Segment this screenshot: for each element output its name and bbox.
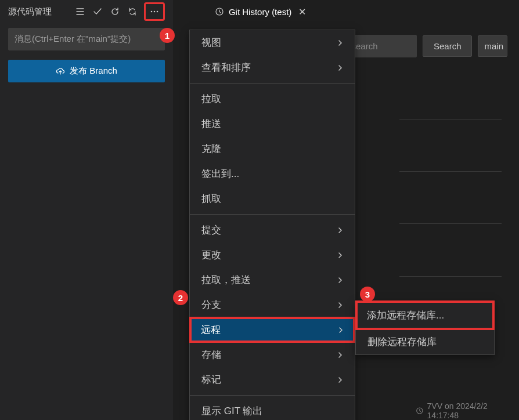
menu-item[interactable]: 签出到... [190, 161, 355, 186]
tab-label: Git History (test) [229, 7, 291, 17]
chevron-right-icon [337, 40, 343, 46]
tab-git-history[interactable]: Git History (test) ✕ [208, 0, 315, 23]
publish-branch-button[interactable]: 发布 Branch [8, 60, 165, 82]
chevron-right-icon [337, 277, 343, 283]
close-icon[interactable]: ✕ [296, 6, 308, 17]
search-button[interactable]: Search [423, 35, 473, 57]
menu-item-label: 提交 [201, 223, 221, 237]
divider [399, 223, 502, 224]
menu-item[interactable]: 远程 [189, 317, 355, 343]
menu-item-label: 视图 [201, 36, 221, 49]
commit-check-icon[interactable] [91, 5, 104, 19]
chevron-right-icon [338, 327, 344, 333]
menu-item-label: 拉取 [201, 92, 221, 106]
chevron-right-icon [337, 302, 343, 308]
menu-separator [190, 214, 355, 215]
annotation-marker: 3 [360, 287, 375, 302]
svg-point-2 [157, 11, 158, 13]
menu-item-label: 抓取 [201, 192, 221, 205]
branch-select[interactable]: main [478, 35, 507, 57]
menu-item[interactable]: 分支 [190, 292, 355, 317]
menu-item[interactable]: 视图 [190, 30, 355, 55]
sync-icon[interactable] [125, 5, 139, 19]
scm-header: 源代码管理 [0, 0, 173, 23]
menu-separator [190, 395, 355, 396]
chevron-right-icon [337, 252, 343, 258]
menu-item[interactable]: 显示 GIT 输出 [190, 399, 355, 420]
menu-item-label: 拉取，推送 [201, 273, 251, 287]
cloud-upload-icon [56, 67, 65, 76]
menu-item-label: 显示 GIT 输出 [201, 404, 262, 418]
menu-item-label: 克隆 [201, 142, 221, 155]
annotation-marker: 2 [173, 290, 188, 305]
chevron-right-icon [337, 377, 343, 383]
divider [399, 119, 502, 120]
submenu-item[interactable]: 删除远程存储库 [356, 330, 494, 354]
svg-point-0 [151, 11, 153, 13]
menu-item[interactable]: 提交 [190, 218, 355, 242]
history-icon [215, 7, 224, 16]
menu-item-label: 更改 [201, 248, 221, 262]
menu-item[interactable]: 拉取，推送 [190, 267, 355, 292]
menu-item-label: 查看和排序 [201, 61, 251, 74]
menu-item[interactable]: 更改 [190, 242, 355, 267]
menu-item[interactable]: 推送 [190, 111, 355, 136]
menu-item[interactable]: 抓取 [190, 186, 355, 211]
divider [399, 276, 502, 277]
chevron-right-icon [337, 227, 343, 233]
menu-item[interactable]: 克隆 [190, 136, 355, 161]
publish-label: 发布 Branch [70, 66, 117, 77]
menu-item-label: 存储 [201, 348, 221, 361]
menu-item[interactable]: 查看和排序 [190, 55, 355, 80]
scm-sidebar: 源代码管理 消息(Ctrl+Enter 在"main"提交) 发布 Branch [0, 0, 173, 420]
menu-item-label: 签出到... [201, 167, 239, 180]
menu-item-label: 推送 [201, 117, 221, 131]
remote-submenu: 添加远程存储库...删除远程存储库 [355, 300, 495, 355]
menu-item-label: 分支 [201, 298, 221, 312]
svg-point-1 [154, 11, 156, 13]
refresh-icon[interactable] [108, 5, 122, 19]
annotation-marker: 1 [160, 28, 175, 43]
commit-message-input[interactable]: 消息(Ctrl+Enter 在"main"提交) [8, 28, 165, 50]
menu-item[interactable]: 存储 [190, 342, 355, 367]
menu-item[interactable]: 拉取 [190, 86, 355, 111]
menu-item[interactable]: 标记 [190, 367, 355, 392]
divider [399, 171, 502, 172]
chevron-right-icon [337, 352, 343, 358]
chevron-right-icon [337, 65, 343, 71]
more-actions-button[interactable] [144, 2, 165, 21]
clock-icon [416, 407, 424, 415]
submenu-item[interactable]: 添加远程存储库... [355, 300, 495, 330]
menu-separator [190, 83, 355, 84]
view-list-icon[interactable] [73, 5, 87, 19]
scm-context-menu: 视图查看和排序拉取推送克隆签出到...抓取提交更改拉取，推送分支远程存储标记显示… [189, 30, 355, 420]
menu-item-label: 远程 [201, 323, 221, 336]
scm-title: 源代码管理 [8, 6, 52, 17]
commit-timestamp: 7VV on 2024/2/2 14:17:48 [416, 401, 519, 420]
menu-item-label: 标记 [201, 373, 221, 386]
commit-placeholder: 消息(Ctrl+Enter 在"main"提交) [15, 34, 131, 44]
tab-bar: Git History (test) ✕ [173, 0, 519, 23]
